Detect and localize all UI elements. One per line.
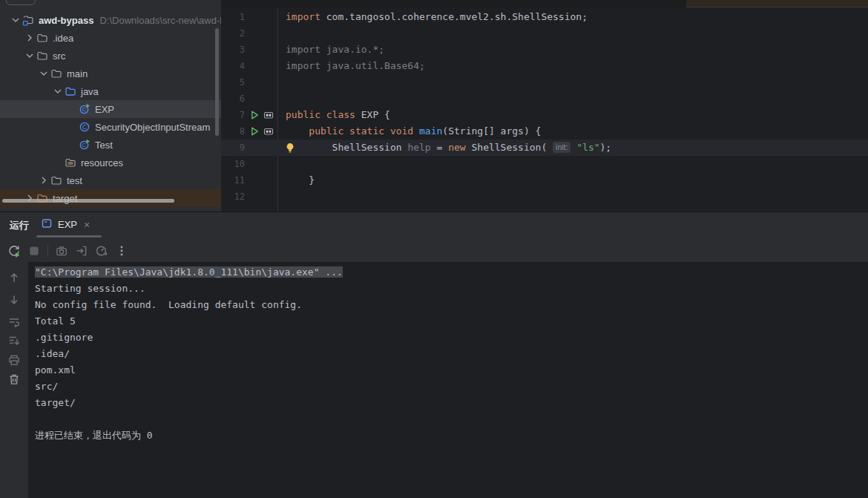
svg-text:C: C xyxy=(82,106,87,113)
active-tab-underline xyxy=(36,235,102,237)
stop-button[interactable] xyxy=(27,244,41,258)
tree-horizontal-scrollbar[interactable] xyxy=(2,199,174,203)
run-header: 运行 EXP × xyxy=(0,212,868,239)
console-line-5: .idea/ xyxy=(28,346,868,362)
code-line-9[interactable]: 9 ShellSession help = new ShellSession( … xyxy=(221,140,868,156)
chevron-down-icon[interactable] xyxy=(9,14,22,26)
code-text: public class EXP { xyxy=(286,107,390,123)
tree-item-java[interactable]: java xyxy=(0,82,221,100)
code-line-4[interactable]: 4import java.util.Base64; xyxy=(221,58,868,74)
tree-item-.idea[interactable]: .idea xyxy=(0,29,221,47)
code-line-7[interactable]: 7public class EXP { xyxy=(221,107,868,123)
project-tree[interactable]: awd-bypassD:\Downloads\src-new\awd-b.ide… xyxy=(0,11,221,207)
tree-item-securityobjectinputstream[interactable]: CSecurityObjectInputStream xyxy=(0,118,221,136)
profiler-icon[interactable] xyxy=(95,244,108,258)
tree-item-label: .idea xyxy=(53,33,73,44)
code-text: import java.io.*; xyxy=(286,42,384,58)
code-line-6[interactable]: 6 xyxy=(221,91,868,107)
run-console-output[interactable]: "C:\Program Files\Java\jdk1.8.0_111\bin\… xyxy=(28,262,868,498)
run-gutter-icons[interactable] xyxy=(249,125,274,137)
top-strip-highlight xyxy=(686,0,868,7)
project-root-name: awd-bypass xyxy=(39,15,93,26)
tree-item-root[interactable]: awd-bypassD:\Downloads\src-new\awd-b xyxy=(0,11,221,29)
down-stack-trace-icon[interactable] xyxy=(7,293,21,307)
run-config-icon[interactable] xyxy=(263,125,274,137)
folder-icon xyxy=(36,50,48,62)
print-icon[interactable] xyxy=(7,353,21,367)
tree-item-test[interactable]: test xyxy=(0,171,221,189)
tree-item-target[interactable]: target xyxy=(0,189,221,207)
close-icon[interactable]: × xyxy=(82,220,91,230)
line-number: 1 xyxy=(221,9,245,25)
line-number: 9 xyxy=(221,140,245,156)
attach-debugger-icon[interactable] xyxy=(75,244,88,258)
code-line-12[interactable]: 12 xyxy=(221,189,868,205)
run-config-icon[interactable] xyxy=(263,109,274,121)
folder-resources-icon xyxy=(65,157,76,168)
chevron-down-icon[interactable] xyxy=(51,85,65,97)
folder-icon xyxy=(50,174,62,186)
ide-window: awd-bypassD:\Downloads\src-new\awd-b.ide… xyxy=(0,0,868,498)
console-line-7: src/ xyxy=(28,379,868,395)
tree-item-label: SecurityObjectInputStream xyxy=(95,122,210,133)
console-line-6: pom.xml xyxy=(28,362,868,379)
chevron-spacer xyxy=(65,139,79,151)
console-tab-icon xyxy=(41,217,53,232)
code-line-11[interactable]: 11 } xyxy=(221,172,868,189)
code-line-10[interactable]: 10 xyxy=(221,156,868,172)
code-text: } xyxy=(286,172,315,189)
tree-item-exp[interactable]: CEXP xyxy=(0,100,221,118)
line-number: 3 xyxy=(221,42,245,58)
chevron-down-icon[interactable] xyxy=(23,50,36,62)
chevron-spacer xyxy=(65,103,79,115)
run-tool-window-title: 运行 xyxy=(10,219,29,232)
thread-dump-icon[interactable] xyxy=(55,244,68,258)
console-line-0: "C:\Program Files\Java\jdk1.8.0_111\bin\… xyxy=(28,264,868,281)
clear-console-trash-icon[interactable] xyxy=(7,373,21,386)
console-side-toolbar xyxy=(0,262,28,498)
tree-vertical-scrollbar[interactable] xyxy=(215,28,219,136)
tree-item-main[interactable]: main xyxy=(0,65,221,82)
line-number: 8 xyxy=(221,123,245,140)
line-number: 4 xyxy=(221,58,245,74)
chevron-spacer xyxy=(65,121,79,133)
svg-text:C: C xyxy=(82,142,87,148)
console-line-1: Starting session... xyxy=(28,281,868,297)
line-number: 12 xyxy=(221,189,245,205)
tree-item-resources[interactable]: resources xyxy=(0,154,221,171)
class-icon: C xyxy=(79,121,91,133)
soft-wrap-icon[interactable] xyxy=(7,315,21,329)
tree-item-src[interactable]: src xyxy=(0,47,221,65)
parameter-hint: init: xyxy=(553,142,571,153)
code-line-1[interactable]: 1import com.tangosol.coherence.mvel2.sh.… xyxy=(221,9,868,25)
chevron-down-icon[interactable] xyxy=(37,68,50,79)
code-line-2[interactable]: 2 xyxy=(221,25,868,42)
code-text: import java.util.Base64; xyxy=(286,58,425,74)
run-gutter-icons[interactable] xyxy=(249,109,274,121)
tree-item-test[interactable]: CTest xyxy=(0,136,221,154)
class-runnable-icon: C xyxy=(79,103,91,115)
rerun-button[interactable] xyxy=(7,244,21,258)
more-options-kebab-icon[interactable] xyxy=(115,244,128,258)
tree-item-label: test xyxy=(67,175,82,186)
top-strip xyxy=(221,0,868,7)
console-line-2: No config file found. Loading default co… xyxy=(28,297,868,313)
project-root-icon xyxy=(22,14,34,26)
folder-icon xyxy=(36,32,48,44)
run-toolbar xyxy=(0,239,868,262)
run-icon[interactable] xyxy=(249,109,260,121)
code-line-3[interactable]: 3import java.io.*; xyxy=(221,42,868,58)
code-line-5[interactable]: 5 xyxy=(221,74,868,91)
code-editor[interactable]: 1import com.tangosol.coherence.mvel2.sh.… xyxy=(221,7,868,212)
svg-text:C: C xyxy=(82,123,87,131)
toolbar-button-fragment[interactable] xyxy=(6,0,36,5)
scroll-to-end-icon[interactable] xyxy=(7,334,21,347)
line-number: 5 xyxy=(221,74,245,91)
chevron-right-icon[interactable] xyxy=(23,32,36,44)
tree-item-label: java xyxy=(81,86,99,97)
up-stack-trace-icon[interactable] xyxy=(7,271,21,284)
run-icon[interactable] xyxy=(249,125,260,137)
run-tab-exp[interactable]: EXP × xyxy=(36,213,96,236)
code-line-8[interactable]: 8 public static void main(String[] args)… xyxy=(221,123,868,140)
chevron-right-icon[interactable] xyxy=(37,174,50,186)
